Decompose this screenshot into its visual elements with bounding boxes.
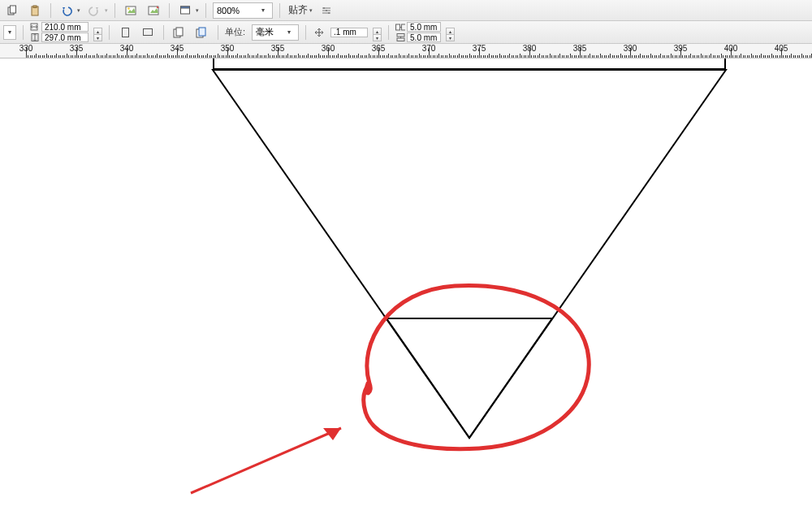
dup-offset-spinner[interactable]: ▴▾ xyxy=(446,28,455,37)
snap-dropdown-icon[interactable]: ▾ xyxy=(309,7,313,14)
dup-x-icon xyxy=(395,23,405,31)
zoom-value: 800% xyxy=(217,6,254,15)
export-image-icon[interactable] xyxy=(145,2,162,19)
svg-rect-1 xyxy=(11,6,16,13)
nudge-input[interactable]: .1 mm xyxy=(330,28,368,37)
undo-dropdown-icon[interactable]: ▾ xyxy=(77,7,80,14)
drawing-canvas[interactable] xyxy=(0,58,812,528)
svg-rect-10 xyxy=(181,6,190,8)
page-height-icon xyxy=(30,33,40,41)
ruler-label: 340 xyxy=(120,44,134,53)
page-size-spinner[interactable]: ▴▾ xyxy=(93,28,102,37)
dup-x-input[interactable]: 5.0 mm xyxy=(407,22,441,32)
chevron-down-icon: ▾ xyxy=(283,26,295,39)
nudge-spinner[interactable]: ▴▾ xyxy=(373,28,382,37)
landscape-button[interactable] xyxy=(139,24,157,41)
svg-rect-22 xyxy=(397,34,404,37)
paste-icon[interactable] xyxy=(26,2,44,19)
fullscreen-icon[interactable] xyxy=(176,2,194,19)
svg-rect-21 xyxy=(402,24,406,30)
ruler-label: 380 xyxy=(523,44,537,53)
triangle-small xyxy=(0,58,812,528)
ruler-label: 405 xyxy=(775,44,788,53)
svg-marker-24 xyxy=(213,70,726,438)
import-image-icon[interactable] xyxy=(122,2,140,19)
svg-rect-23 xyxy=(397,38,404,41)
dup-y-icon xyxy=(395,33,405,41)
all-pages-icon[interactable] xyxy=(171,24,188,41)
unit-value: 毫米 xyxy=(256,26,280,38)
ruler-label: 395 xyxy=(674,44,688,53)
page-width-icon xyxy=(30,23,40,31)
snap-label[interactable]: 贴齐 xyxy=(288,3,308,17)
unit-combo[interactable]: 毫米 ▾ xyxy=(252,24,299,41)
svg-point-12 xyxy=(326,10,327,11)
property-bar: ▾ 210.0 mm 297.0 mm ▴▾ 单位: 毫米 ▾ xyxy=(0,21,812,44)
svg-rect-20 xyxy=(396,24,400,30)
triangle-large xyxy=(0,58,812,528)
separator xyxy=(23,25,24,40)
ruler-label: 400 xyxy=(724,44,738,53)
paper-preset-dropdown-icon[interactable]: ▾ xyxy=(3,25,16,40)
ruler-label: 390 xyxy=(624,44,637,53)
page-size-group: 210.0 mm 297.0 mm xyxy=(30,22,89,42)
portrait-button[interactable] xyxy=(116,24,134,41)
page-boundary xyxy=(213,58,726,70)
ruler-label: 350 xyxy=(221,44,235,53)
ruler-label: 355 xyxy=(271,44,285,53)
separator xyxy=(305,25,306,40)
fullscreen-dropdown-icon[interactable]: ▾ xyxy=(196,7,199,14)
separator xyxy=(50,3,51,18)
current-page-icon[interactable] xyxy=(193,24,211,41)
separator xyxy=(205,3,206,18)
ruler-label: 345 xyxy=(171,44,184,53)
page-width-input[interactable]: 210.0 mm xyxy=(41,22,89,32)
ruler-label: 330 xyxy=(19,44,33,53)
ruler-label: 370 xyxy=(422,44,436,53)
separator xyxy=(218,25,218,40)
main-toolbar: ▾ ▾ ▾ 800% ▾ 贴齐 ▾ xyxy=(0,0,812,21)
ruler-label: 375 xyxy=(473,44,486,53)
options-icon[interactable] xyxy=(317,2,335,19)
ruler-label: 360 xyxy=(322,44,335,53)
svg-line-26 xyxy=(191,428,341,493)
page-height-input[interactable]: 297.0 mm xyxy=(41,32,89,42)
duplicate-offset-group: 5.0 mm 5.0 mm xyxy=(395,22,441,42)
ruler-label: 335 xyxy=(70,44,84,53)
dup-y-input[interactable]: 5.0 mm xyxy=(407,32,441,42)
separator xyxy=(388,25,389,40)
chevron-down-icon: ▾ xyxy=(257,4,269,17)
separator xyxy=(279,3,280,18)
portrait-icon xyxy=(122,28,129,37)
redo-icon[interactable] xyxy=(85,2,103,19)
svg-marker-25 xyxy=(387,318,552,438)
svg-rect-3 xyxy=(33,6,37,8)
zoom-combo[interactable]: 800% ▾ xyxy=(213,2,273,19)
nudge-icon xyxy=(313,28,326,37)
svg-point-6 xyxy=(127,7,129,9)
svg-rect-19 xyxy=(199,28,205,36)
svg-point-13 xyxy=(328,12,330,14)
separator xyxy=(109,25,110,40)
separator xyxy=(114,3,115,18)
separator xyxy=(163,25,164,40)
landscape-icon xyxy=(143,28,153,36)
horizontal-ruler[interactable]: 3303353403453503553603653703753803853903… xyxy=(0,44,812,58)
svg-marker-27 xyxy=(323,428,341,440)
ruler-label: 385 xyxy=(573,44,587,53)
unit-label: 单位: xyxy=(225,26,245,38)
redo-dropdown-icon[interactable]: ▾ xyxy=(105,7,108,14)
annotation-circle xyxy=(0,58,812,528)
annotation-arrow xyxy=(0,58,812,528)
svg-point-11 xyxy=(323,7,325,9)
undo-icon[interactable] xyxy=(58,2,76,19)
svg-rect-17 xyxy=(176,28,183,36)
separator xyxy=(169,3,170,18)
ruler-label: 365 xyxy=(372,44,386,53)
copy-icon[interactable] xyxy=(3,2,21,19)
